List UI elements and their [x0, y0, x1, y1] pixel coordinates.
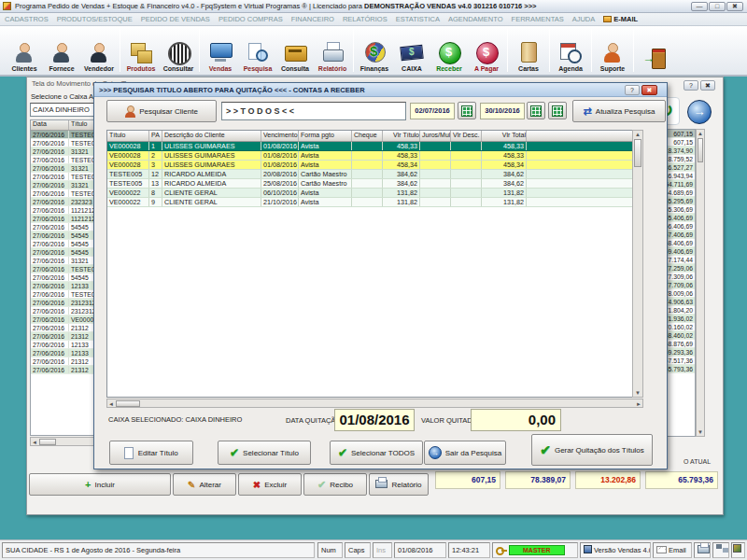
incluir-button[interactable]: +Incluir: [29, 473, 171, 496]
minimize-button[interactable]: [691, 2, 708, 11]
menu-item-ferramentas[interactable]: FERRAMENTAS: [512, 15, 564, 23]
toolbar-item-agenda[interactable]: Agenda: [552, 26, 589, 75]
table-row[interactable]: 27/06/201611212121: [31, 206, 101, 215]
toolbar-item-a-pagar[interactable]: A Pagar: [468, 26, 505, 75]
menu-item-ajuda[interactable]: AJUDA: [572, 15, 596, 23]
column-header-vlr-total[interactable]: Vlr Total: [482, 131, 527, 141]
table-row[interactable]: 27/06/201654545: [31, 231, 101, 240]
menu-item-agendamento[interactable]: AGENDAMENTO: [448, 15, 503, 23]
table-row[interactable]: 27/06/2016TESTE00: [31, 139, 101, 147]
table-row[interactable]: 27/06/201631321: [31, 147, 101, 156]
table-row[interactable]: TESTE00512RICARDO ALMEIDA20/08/2016Cartã…: [107, 170, 642, 179]
column-header-forma-pgto[interactable]: Forma pgto: [299, 131, 352, 141]
pesquisar-cliente-button[interactable]: Pesquisar Cliente: [106, 100, 217, 122]
toolbar-item-suporte[interactable]: Suporte: [594, 26, 631, 75]
toolbar-item-finan-as[interactable]: Finanças: [356, 26, 393, 75]
table-row[interactable]: 27/06/201621312: [31, 324, 101, 332]
table-row[interactable]: 27/06/201631321: [31, 181, 101, 189]
menu-item-financeiro[interactable]: FINANCEIRO: [291, 15, 334, 23]
table-row[interactable]: 27/06/201621312: [31, 366, 101, 374]
status-printer[interactable]: [694, 542, 711, 558]
table-row[interactable]: 27/06/201621312: [31, 332, 101, 341]
table-row[interactable]: 27/06/20162312312: [31, 307, 101, 315]
column-header-pa[interactable]: PA: [149, 131, 162, 141]
selecionar-t-tulo-button[interactable]: ✔Selecionar Título: [218, 441, 311, 465]
toolbar-item-caixa[interactable]: CAIXA: [393, 26, 430, 75]
column-header-vencimento[interactable]: Vencimento: [261, 131, 299, 141]
valor-quitado-field[interactable]: 0,00: [471, 409, 561, 431]
toolbar-item-produtos[interactable]: Produtos: [122, 26, 160, 75]
column-header-data[interactable]: Data: [31, 120, 69, 130]
menu-item-e-mail[interactable]: E-MAIL: [603, 15, 638, 23]
sair-da-pesquisa-button[interactable]: Sair da Pesquisa: [424, 441, 506, 465]
table-row[interactable]: 27/06/201612133: [31, 282, 101, 290]
saldo-scrollbar[interactable]: ▲ ▼: [696, 129, 705, 437]
table-row[interactable]: 27/06/201631321: [31, 164, 101, 173]
menu-item-pedido-de-vendas[interactable]: PEDIDO DE VENDAS: [141, 15, 210, 23]
toolbar-item-consulta[interactable]: Consulta: [276, 26, 314, 75]
toolbar-item-clientes[interactable]: Clientes: [6, 26, 43, 75]
table-row[interactable]: VE0000282ULISSES GUIMARAES01/08/2016Avis…: [107, 151, 642, 161]
table-row[interactable]: 27/06/201654545: [31, 223, 101, 231]
table-row[interactable]: 27/06/201654545: [31, 273, 101, 282]
toolbar-item-pesquisa[interactable]: Pesquisa: [239, 26, 276, 75]
table-row[interactable]: 27/06/201621312: [31, 357, 101, 366]
dialog-help-button[interactable]: [625, 85, 640, 95]
movimento-hscrollbar[interactable]: ◄: [30, 437, 102, 446]
column-header-vlr-desc-[interactable]: Vlr Desc.: [451, 131, 482, 141]
selecionar-todos-button[interactable]: ✔Selecionar TODOS: [330, 441, 423, 465]
exit-window-icon[interactable]: [687, 100, 712, 124]
dialog-close-button[interactable]: [641, 85, 657, 95]
table-row[interactable]: VE0000281ULISSES GUIMARAES01/08/2016Avis…: [107, 142, 642, 151]
table-row[interactable]: 27/06/201654545: [31, 240, 101, 248]
status-email[interactable]: Email: [653, 542, 692, 558]
table-row[interactable]: 27/06/201611212121: [31, 215, 101, 223]
table-row[interactable]: 27/06/2016TESTE00: [31, 131, 101, 139]
column-header-cheque[interactable]: Cheque: [352, 131, 383, 141]
gerar-quita-o-dos-t-tulos-button[interactable]: ✔Gerar Quitação dos Títulos: [531, 434, 653, 466]
toolbar-item-consultar[interactable]: Consultar: [160, 26, 197, 75]
table-row[interactable]: 27/06/2016TESTE00: [31, 156, 101, 164]
toolbar-item-relat-rio[interactable]: Relatório: [314, 26, 351, 75]
menu-item-produtos-estoque[interactable]: PRODUTOS/ESTOQUE: [57, 15, 133, 23]
table-row[interactable]: VE0000283ULISSES GUIMARAES01/08/2016Avis…: [107, 161, 642, 170]
column-header-descri-o-do-cliente[interactable]: Descrição do Cliente: [162, 131, 261, 141]
close-button[interactable]: [726, 2, 743, 11]
toolbar-item-receber[interactable]: Receber: [430, 26, 468, 75]
toolbar-item-cartas[interactable]: Cartas: [510, 26, 547, 75]
date-from-field[interactable]: 02/07/2016: [410, 103, 455, 119]
table-row[interactable]: 27/06/2016VE00002: [31, 315, 101, 324]
table-row[interactable]: 27/06/201612133: [31, 341, 101, 349]
table-row[interactable]: 27/06/2016TESTE00: [31, 290, 101, 299]
table-row[interactable]: 27/06/20162312312: [31, 299, 101, 307]
data-quitacao-field[interactable]: 01/08/2016: [334, 409, 415, 431]
movimento-help-button[interactable]: [684, 80, 698, 91]
date-to-field[interactable]: 30/10/2016: [480, 103, 525, 119]
editar-t-tulo-button[interactable]: ✎Editar Título: [109, 441, 193, 465]
client-search-input[interactable]: > > T O D O S < <: [221, 102, 406, 120]
table-row[interactable]: VE0000229CLIENTE GERAL21/10/2016Avista13…: [107, 198, 642, 207]
titulos-vscrollbar[interactable]: ▲ ▼: [632, 130, 643, 398]
toolbar-item-vendedor[interactable]: Vendedor: [80, 26, 118, 75]
menu-item-pedido-compras[interactable]: PEDIDO COMPRAS: [218, 15, 283, 23]
table-row[interactable]: VE0000228CLIENTE GERAL06/10/2016Avista13…: [107, 189, 642, 198]
caixa-atual-select[interactable]: CAIXA DINHEIRO: [30, 103, 100, 117]
menu-item-cadastros[interactable]: CADASTROS: [5, 15, 49, 23]
menu-item-relat-rios[interactable]: RELATÓRIOS: [343, 15, 388, 23]
table-row[interactable]: 27/06/201631321: [31, 257, 101, 265]
table-row[interactable]: 27/06/201654545: [31, 248, 101, 257]
relat-rio-button[interactable]: Relatório: [369, 473, 429, 496]
calendar-to-button[interactable]: [527, 102, 545, 119]
column-header-t-tulo[interactable]: Título: [107, 131, 149, 141]
table-row[interactable]: 27/06/2016TESTE00: [31, 265, 101, 273]
movimento-close-button[interactable]: [700, 80, 715, 91]
table-row[interactable]: 27/06/201612133: [31, 349, 101, 357]
column-header-vlr-t-tulo[interactable]: Vlr Título: [383, 131, 420, 141]
column-header-juros-multa[interactable]: Juros/Multa: [420, 131, 451, 141]
table-row[interactable]: 27/06/2016TESTE00: [31, 189, 101, 198]
calendar-extra-button[interactable]: [548, 102, 567, 119]
alterar-button[interactable]: ✎Alterar: [173, 473, 236, 496]
menu-item-estatistica[interactable]: ESTATISTICA: [396, 15, 440, 23]
titulos-hscrollbar[interactable]: ◄ ►: [106, 399, 643, 408]
toolbar-item-vendas[interactable]: Vendas: [202, 26, 239, 75]
